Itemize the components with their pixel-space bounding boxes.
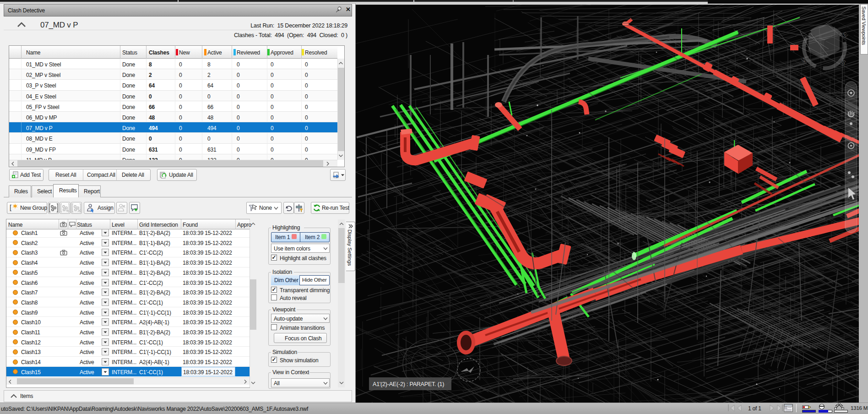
svg-text:A1'(2)-AE(-2) : PARAPET. (1): A1'(2)-AE(-2) : PARAPET. (1) bbox=[373, 381, 444, 387]
